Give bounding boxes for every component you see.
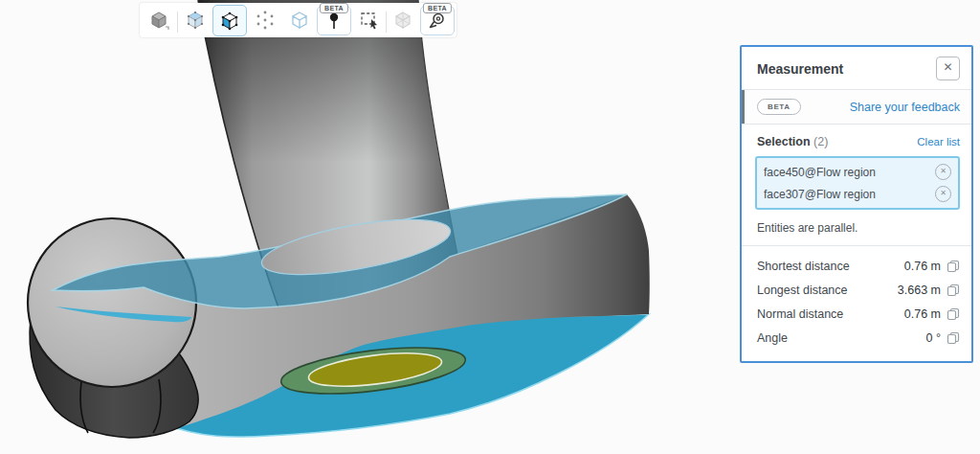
selection-list: face450@Flow region ✕ face307@Flow regio…: [755, 156, 960, 210]
outlet-cap[interactable]: [28, 218, 196, 387]
metric-row: Longest distance 3.663 m: [757, 278, 960, 302]
metric-label: Angle: [757, 331, 926, 345]
selection-item-label: face307@Flow region: [764, 188, 876, 201]
copy-icon[interactable]: [947, 331, 960, 345]
metric-value: 0 °: [926, 331, 941, 345]
cube-shaded-icon: [184, 9, 207, 32]
shaded-view-button[interactable]: [180, 5, 211, 35]
metric-label: Shortest distance: [757, 260, 904, 273]
selection-item[interactable]: face307@Flow region ✕: [764, 183, 951, 205]
box-select-button[interactable]: [354, 5, 385, 35]
feedback-link[interactable]: Share your feedback: [850, 101, 960, 114]
selection-title: Selection (2): [757, 135, 828, 148]
cube-disabled-icon: [391, 9, 414, 32]
selection-header: Selection (2) Clear list: [742, 125, 971, 156]
toolbar-separator: [386, 11, 387, 33]
beta-row: BETA Share your feedback: [742, 90, 971, 124]
vertex-select-button[interactable]: [250, 5, 280, 35]
copy-icon[interactable]: [947, 284, 960, 297]
metric-row: Normal distance 0.76 m: [757, 302, 960, 326]
selection-count: (2): [813, 135, 828, 148]
selection-item-label: face450@Flow region: [764, 166, 876, 179]
metric-row: Angle 0 °: [757, 326, 960, 350]
remove-selection-icon[interactable]: ✕: [935, 164, 951, 180]
cube-solid-icon: [147, 9, 170, 32]
remove-selection-icon[interactable]: ✕: [935, 186, 951, 202]
face-select-button[interactable]: [212, 5, 247, 36]
cube-wireframe-icon: [288, 9, 311, 32]
solid-view-button[interactable]: [144, 5, 174, 35]
cube-vertices-icon: [254, 9, 277, 32]
wireframe-view-button[interactable]: [284, 5, 315, 35]
viewport-toolbar: BETA BETA: [140, 3, 457, 37]
copy-icon[interactable]: [947, 260, 960, 273]
selection-item[interactable]: face450@Flow region ✕: [764, 161, 951, 183]
beta-badge: BETA: [757, 99, 801, 115]
beta-tag: BETA: [423, 3, 452, 13]
metric-label: Longest distance: [757, 284, 898, 297]
toolbar-separator: [177, 11, 178, 33]
clear-list-link[interactable]: Clear list: [917, 136, 960, 148]
metric-value: 0.76 m: [904, 260, 941, 273]
marquee-select-icon: [358, 9, 381, 32]
hidden-geometry-button[interactable]: [388, 5, 418, 35]
metrics-list: Shortest distance 0.76 m Longest distanc…: [742, 246, 971, 361]
metric-row: Shortest distance 0.76 m: [757, 254, 960, 278]
measurement-panel: Measurement ✕ BETA Share your feedback S…: [740, 45, 973, 363]
probe-point-button[interactable]: BETA: [317, 6, 351, 35]
parallel-status: Entities are parallel.: [742, 210, 971, 245]
metric-value: 3.663 m: [898, 284, 941, 297]
metric-label: Normal distance: [757, 307, 904, 321]
close-button[interactable]: ✕: [936, 57, 960, 80]
panel-header: Measurement ✕: [742, 47, 971, 89]
metric-value: 0.76 m: [904, 307, 941, 321]
copy-icon[interactable]: [947, 307, 960, 321]
measure-button[interactable]: BETA: [420, 6, 455, 35]
beta-tag: BETA: [320, 3, 348, 13]
panel-title: Measurement: [757, 61, 843, 77]
cube-face-selected-icon: [218, 10, 241, 33]
